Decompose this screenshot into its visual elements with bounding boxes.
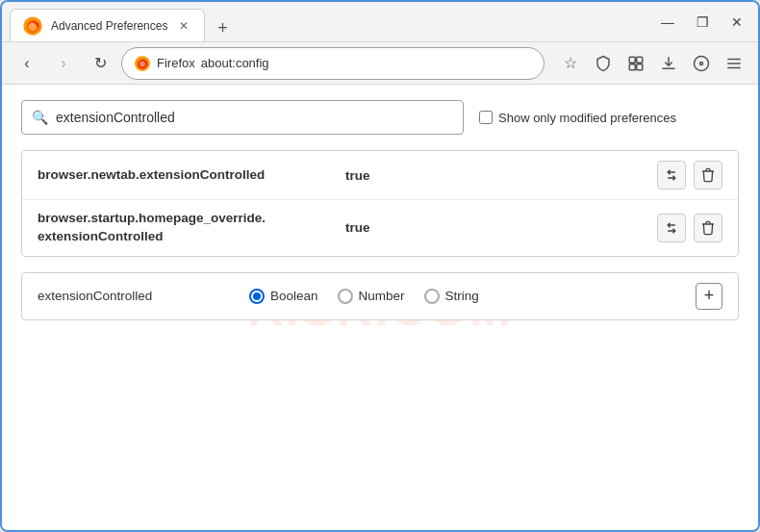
- search-icon: 🔍: [32, 110, 48, 125]
- boolean-radio-label[interactable]: Boolean: [249, 289, 318, 304]
- number-radio-label[interactable]: Number: [338, 289, 405, 304]
- svg-point-3: [139, 61, 145, 66]
- svg-point-9: [695, 56, 709, 70]
- close-button[interactable]: ✕: [723, 9, 750, 36]
- extension-button[interactable]: [621, 49, 650, 78]
- search-input-wrapper: 🔍: [21, 100, 464, 135]
- number-radio[interactable]: [338, 289, 353, 304]
- swap-arrows-icon: [663, 219, 680, 237]
- active-tab[interactable]: Advanced Preferences ✕: [10, 9, 205, 41]
- add-preference-row: extensionControlled Boolean Number Strin…: [21, 272, 739, 320]
- row-actions-1: [657, 161, 722, 190]
- search-container: 🔍 Show only modified preferences: [21, 100, 739, 135]
- tab-title: Advanced Preferences: [51, 19, 167, 33]
- download-button[interactable]: [654, 49, 683, 78]
- tab-area: Advanced Preferences ✕ +: [10, 2, 650, 41]
- maximize-button[interactable]: ❐: [689, 9, 716, 36]
- table-row: browser.startup.homepage_override.extens…: [22, 200, 738, 256]
- hamburger-icon: [725, 55, 743, 72]
- browser-window: Advanced Preferences ✕ + — ❐ ✕ ‹ › ↻ Fir…: [0, 0, 760, 532]
- boolean-radio[interactable]: [249, 289, 265, 304]
- tab-favicon: [22, 15, 43, 37]
- nav-icons: ☆: [556, 49, 748, 78]
- string-radio-label[interactable]: String: [424, 289, 479, 304]
- results-table: browser.newtab.extensionControlled true: [21, 150, 739, 257]
- show-modified-label[interactable]: Show only modified preferences: [479, 111, 676, 125]
- address-bar[interactable]: Firefox: [121, 47, 545, 80]
- toggle-button-1[interactable]: [657, 161, 686, 190]
- pref-value-1: true: [345, 168, 657, 183]
- firefox-logo-icon: [134, 55, 151, 72]
- show-modified-checkbox[interactable]: [479, 111, 493, 124]
- shield-button[interactable]: [589, 49, 618, 78]
- shield-icon: [595, 55, 612, 72]
- browser-brand-label: Firefox: [157, 56, 195, 70]
- number-label: Number: [359, 289, 405, 303]
- refresh-button[interactable]: ↻: [85, 48, 115, 79]
- download-icon: [660, 55, 677, 72]
- page-content: RISK.COM 🔍 Show only modified preference…: [2, 85, 758, 530]
- menu-button[interactable]: [720, 49, 748, 78]
- search-input[interactable]: [56, 110, 453, 125]
- row-actions-2: [657, 214, 722, 242]
- string-radio[interactable]: [424, 289, 440, 304]
- new-tab-button[interactable]: +: [209, 14, 236, 41]
- forward-button[interactable]: ›: [48, 48, 79, 79]
- string-label: String: [445, 289, 479, 303]
- title-bar: Advanced Preferences ✕ + — ❐ ✕: [2, 2, 758, 42]
- svg-rect-8: [662, 67, 675, 69]
- account-icon: [693, 55, 710, 72]
- puzzle-icon: [627, 55, 645, 72]
- delete-button-2[interactable]: [694, 214, 722, 242]
- trash-icon: [700, 167, 716, 183]
- svg-point-1: [29, 22, 37, 30]
- account-button[interactable]: [687, 49, 716, 78]
- pref-name-2: browser.startup.homepage_override.extens…: [38, 210, 345, 246]
- svg-rect-5: [637, 57, 643, 63]
- table-row: browser.newtab.extensionControlled true: [22, 151, 738, 200]
- toggle-button-2[interactable]: [657, 214, 686, 242]
- tab-close-button[interactable]: ✕: [175, 17, 192, 35]
- new-pref-name: extensionControlled: [38, 289, 249, 303]
- svg-rect-4: [629, 57, 635, 63]
- swap-arrows-icon: [663, 166, 680, 184]
- trash-icon: [700, 220, 716, 236]
- pref-name-1: browser.newtab.extensionControlled: [38, 166, 345, 185]
- delete-button-1[interactable]: [694, 161, 722, 190]
- boolean-label: Boolean: [270, 289, 318, 303]
- show-modified-text: Show only modified preferences: [498, 111, 676, 125]
- add-preference-button[interactable]: +: [696, 283, 722, 310]
- back-button[interactable]: ‹: [12, 48, 42, 79]
- type-radio-group: Boolean Number String: [249, 289, 696, 304]
- minimize-button[interactable]: —: [654, 9, 681, 36]
- nav-bar: ‹ › ↻ Firefox ☆: [2, 42, 758, 85]
- svg-rect-7: [637, 63, 643, 69]
- bookmark-button[interactable]: ☆: [556, 49, 585, 78]
- url-input[interactable]: [201, 56, 532, 70]
- window-controls: — ❐ ✕: [654, 9, 750, 36]
- pref-value-2: true: [345, 220, 657, 235]
- svg-rect-6: [629, 63, 635, 69]
